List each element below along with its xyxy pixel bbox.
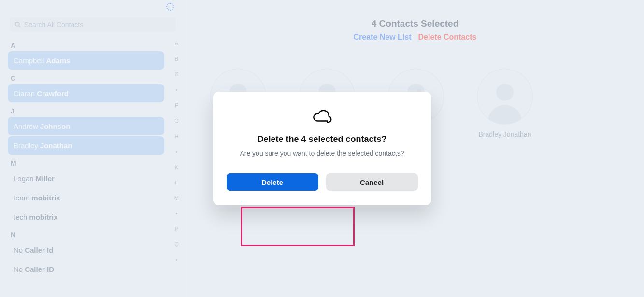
modal-overlay: Delete the 4 selected contacts? Are you …: [0, 0, 644, 297]
dialog-body: Are you sure you want to delete the sele…: [226, 149, 419, 157]
app-root: ACampbellAdamsCCiaranCrawfordJAndrewJohn…: [0, 0, 644, 297]
delete-button[interactable]: Delete: [227, 173, 318, 191]
annotation-highlight: [241, 207, 355, 246]
delete-confirm-dialog: Delete the 4 selected contacts? Are you …: [213, 92, 431, 205]
cloud-icon: [312, 109, 333, 124]
cancel-button[interactable]: Cancel: [326, 173, 418, 191]
dialog-title: Delete the 4 selected contacts?: [226, 134, 419, 144]
